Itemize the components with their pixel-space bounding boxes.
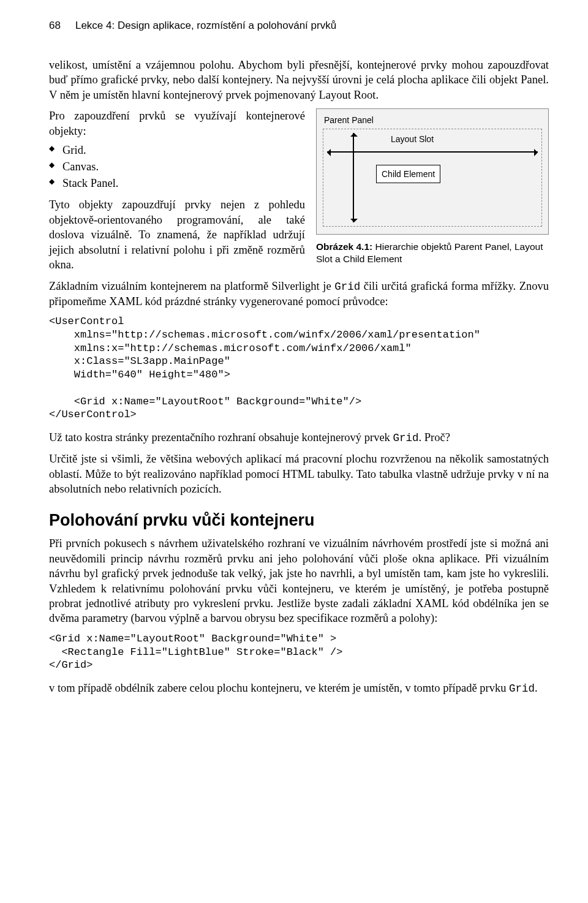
text-run: v tom případě obdélník zabere celou ploc… [49, 682, 509, 694]
chapter-title: Lekce 4: Design aplikace, rozmístění a p… [75, 20, 336, 32]
text-run: Základním vizuálním kontejnerem na platf… [49, 280, 334, 292]
figure-4-1: Parent Panel Layout Slot Child Element [316, 108, 549, 235]
paragraph-grid-intro: Základním vizuálním kontejnerem na platf… [49, 279, 549, 309]
horizontal-arrow-icon [327, 151, 538, 153]
inline-code: Grid [509, 682, 535, 695]
page: 68 Lekce 4: Design aplikace, rozmístění … [0, 0, 588, 720]
paragraph-list-intro: Pro zapouzdření prvků se využívají konte… [49, 108, 305, 138]
text-run: . Proč? [419, 431, 450, 444]
inline-code: Grid [393, 432, 419, 444]
list-item: Stack Panel. [49, 175, 305, 192]
text-run: Už tato kostra stránky prezentačního roz… [49, 431, 393, 444]
paragraph-position-intro: Při prvních pokusech s návrhem uživatels… [49, 536, 549, 625]
paragraph-grid-question: Už tato kostra stránky prezentačního roz… [49, 430, 549, 445]
inline-code: Grid [334, 281, 360, 293]
figure-child-element-box: Child Element [376, 165, 440, 183]
figure-label-parent-panel: Parent Panel [324, 115, 542, 125]
container-list: Grid. Canvas. Stack Panel. [49, 142, 305, 191]
paragraph-webapps: Určitě jste si všimli, že většina webový… [49, 452, 549, 496]
paragraph-grid-fill: v tom případě obdélník zabere celou ploc… [49, 681, 549, 696]
page-number: 68 [49, 20, 61, 32]
two-column-block: Pro zapouzdření prvků se využívají konte… [49, 108, 549, 272]
code-block-usercontrol: <UserControl xmlns="http://schemas.micro… [49, 315, 549, 421]
list-item: Canvas. [49, 159, 305, 175]
paragraph-after-list: Tyto objekty zapouzdřují prvky nejen z p… [49, 197, 305, 272]
figure-dashed-box: Layout Slot Child Element [323, 129, 542, 227]
code-block-rectangle: <Grid x:Name="LayoutRoot" Background="Wh… [49, 632, 549, 672]
vertical-arrow-icon [353, 133, 354, 222]
paragraph-intro: velikost, umístění a vzájemnou polohu. A… [49, 58, 549, 102]
section-heading: Polohování prvku vůči kontejneru [49, 511, 549, 530]
figure-caption-number: Obrázek 4.1: [316, 241, 372, 252]
list-item: Grid. [49, 142, 305, 159]
figure-label-layout-slot: Layout Slot [391, 134, 434, 144]
figure-column: Parent Panel Layout Slot Child Element O… [316, 108, 549, 265]
running-head: 68 Lekce 4: Design aplikace, rozmístění … [49, 20, 549, 32]
text-run: . [535, 682, 538, 694]
figure-caption: Obrázek 4.1: Hierarchie objektů Parent P… [316, 241, 549, 265]
left-column: Pro zapouzdření prvků se využívají konte… [49, 108, 305, 272]
